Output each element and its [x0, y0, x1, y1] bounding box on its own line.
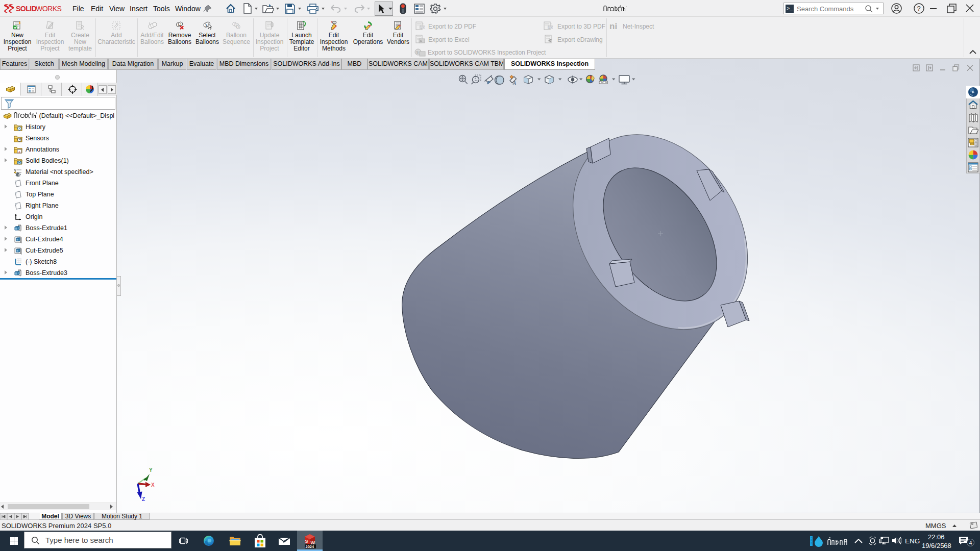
svg-text:A: A — [512, 81, 516, 86]
svg-text:PDF: PDF — [421, 26, 426, 29]
svg-text:X: X — [151, 482, 155, 488]
svg-text:2024: 2024 — [306, 544, 315, 548]
svg-text:Y: Y — [149, 467, 153, 473]
svg-text:1: 1 — [178, 23, 180, 27]
svg-text:1: 1 — [205, 23, 207, 27]
svg-text:WORKS: WORKS — [36, 5, 62, 13]
svg-text:S: S — [305, 539, 308, 544]
svg-text:?: ? — [917, 5, 921, 12]
svg-text:PDF: PDF — [549, 26, 554, 29]
svg-text:1: 1 — [180, 22, 182, 26]
svg-text:1: 1 — [234, 23, 235, 26]
svg-text:A: A — [18, 150, 21, 154]
svg-text:3: 3 — [237, 26, 239, 29]
svg-text:SOLID: SOLID — [16, 5, 37, 13]
svg-text:S: S — [416, 51, 419, 54]
svg-text:Z: Z — [142, 496, 145, 502]
